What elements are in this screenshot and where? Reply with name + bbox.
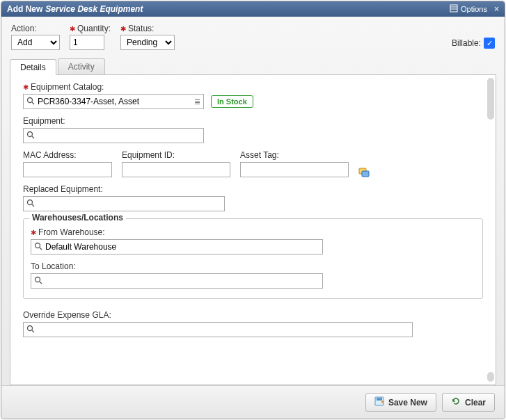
tab-activity[interactable]: Activity: [58, 58, 105, 74]
tabstrip: Details Activity: [1, 54, 505, 75]
quantity-label: Quantity:: [70, 24, 111, 33]
to-loc-label: To Location:: [31, 261, 475, 271]
options-button[interactable]: Options: [450, 4, 487, 14]
svg-rect-8: [362, 171, 369, 177]
svg-line-6: [32, 136, 34, 138]
title-suffix: Service Desk Equipment: [45, 4, 143, 14]
svg-line-10: [32, 204, 34, 207]
search-icon: [26, 131, 35, 141]
svg-line-4: [32, 102, 34, 104]
top-controls: Action: Add Quantity: Status: Pending Bi…: [1, 17, 505, 54]
clear-label: Clear: [465, 398, 486, 407]
asset-tag-action-icon[interactable]: [358, 166, 370, 177]
to-loc-lookup[interactable]: [31, 273, 323, 289]
from-wh-lookup[interactable]: [31, 239, 323, 255]
eqcat-input[interactable]: [35, 95, 191, 108]
override-input[interactable]: [35, 323, 412, 336]
from-wh-input[interactable]: [42, 241, 322, 253]
pane-wrap: Equipment Catalog: ≣ In Stock Equipment:: [10, 75, 496, 385]
svg-point-11: [35, 243, 40, 248]
search-icon: [34, 276, 42, 286]
search-icon: [26, 97, 35, 107]
scrollbar-thumb-top[interactable]: [487, 78, 494, 120]
status-field: Status: Pending: [120, 24, 175, 50]
footer: Save New Clear: [1, 385, 505, 419]
replaced-lookup[interactable]: [23, 196, 225, 211]
replaced-label: Replaced Equipment:: [23, 184, 483, 194]
equipment-lookup[interactable]: [23, 128, 204, 143]
warehouses-legend: Warehouses/Locations: [29, 213, 126, 223]
billable-checkbox[interactable]: ✓: [484, 38, 495, 49]
warehouses-group: Warehouses/Locations From Warehouse: To …: [23, 218, 483, 299]
eqcat-lookup[interactable]: ≣: [23, 94, 204, 109]
mac-input[interactable]: [23, 162, 112, 177]
search-icon: [26, 325, 35, 335]
svg-point-3: [28, 97, 33, 102]
replaced-input[interactable]: [35, 197, 224, 210]
action-select[interactable]: Add: [11, 35, 60, 50]
override-label: Override Expense GLA:: [23, 310, 483, 320]
save-new-label: Save New: [388, 398, 427, 407]
override-lookup[interactable]: [23, 322, 413, 337]
svg-point-15: [28, 325, 33, 330]
options-icon: [450, 4, 458, 14]
options-label: Options: [461, 5, 487, 13]
clear-button[interactable]: Clear: [442, 393, 495, 412]
search-icon: [34, 242, 42, 252]
dialog-window: Add New Service Desk Equipment Options ×…: [1, 1, 505, 419]
quantity-input[interactable]: [70, 35, 104, 50]
eqid-label: Equipment ID:: [122, 150, 230, 160]
status-select[interactable]: Pending: [120, 35, 175, 50]
title-prefix: Add New: [7, 4, 42, 14]
billable-field: Billable: ✓: [452, 38, 495, 50]
eqid-input[interactable]: [122, 162, 230, 177]
search-icon: [26, 199, 35, 209]
assettag-input[interactable]: [240, 162, 349, 177]
svg-point-5: [28, 131, 33, 136]
svg-line-16: [32, 330, 34, 332]
quantity-field: Quantity:: [70, 24, 111, 50]
svg-point-13: [35, 277, 40, 282]
details-pane: Equipment Catalog: ≣ In Stock Equipment:: [10, 75, 496, 385]
status-label: Status:: [120, 24, 175, 33]
save-new-button[interactable]: Save New: [365, 393, 436, 412]
billable-label: Billable:: [452, 38, 481, 48]
to-loc-input[interactable]: [42, 275, 322, 287]
eqcat-label: Equipment Catalog:: [23, 82, 483, 92]
close-button[interactable]: ×: [494, 4, 499, 14]
equipment-label: Equipment:: [23, 116, 483, 126]
mac-label: MAC Address:: [23, 150, 112, 160]
svg-line-14: [40, 282, 42, 284]
action-field: Action: Add: [11, 24, 60, 50]
assettag-label: Asset Tag:: [240, 150, 349, 160]
svg-line-12: [40, 248, 42, 250]
list-icon[interactable]: ≣: [191, 97, 203, 106]
action-label: Action:: [11, 24, 60, 33]
svg-point-9: [28, 200, 33, 204]
equipment-input[interactable]: [35, 129, 203, 142]
titlebar: Add New Service Desk Equipment Options ×: [1, 1, 505, 17]
tab-details[interactable]: Details: [10, 59, 56, 75]
save-new-icon: [374, 396, 384, 408]
svg-rect-0: [450, 5, 457, 12]
svg-rect-18: [377, 398, 382, 401]
instock-badge: In Stock: [211, 95, 253, 108]
from-wh-label: From Warehouse:: [31, 227, 475, 237]
scrollbar-thumb-bottom[interactable]: [487, 372, 494, 382]
refresh-icon: [451, 396, 461, 408]
